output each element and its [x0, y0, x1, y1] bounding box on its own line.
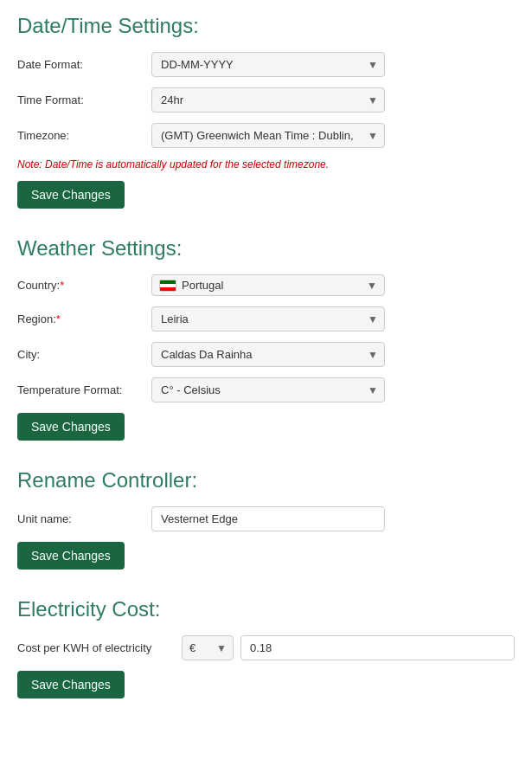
date-format-select[interactable]: DD-MM-YYYY MM-DD-YYYY YYYY-MM-DD — [151, 52, 385, 77]
datetime-note: Note: Date/Time is automatically updated… — [17, 158, 515, 171]
weather-section: Weather Settings: Country:* Portugal ▼ R… — [17, 236, 515, 447]
temp-format-select-wrapper[interactable]: C° - Celsius F° - Fahrenheit ▼ — [151, 377, 385, 402]
unit-name-label: Unit name: — [17, 512, 151, 525]
datetime-title: Date/Time Settings: — [17, 14, 515, 38]
country-value: Portugal — [182, 279, 223, 292]
timezone-label: Timezone: — [17, 129, 151, 142]
weather-save-button[interactable]: Save Changes — [17, 413, 125, 441]
date-format-row: Date Format: DD-MM-YYYY MM-DD-YYYY YYYY-… — [17, 52, 515, 77]
country-label: Country:* — [17, 279, 151, 292]
datetime-save-button[interactable]: Save Changes — [17, 181, 125, 209]
city-select-wrapper[interactable]: Caldas Da Rainha ▼ — [151, 342, 385, 367]
electricity-cost-row: Cost per KWH of electricity € $ £ ▼ — [17, 635, 515, 660]
country-chevron-icon: ▼ — [367, 280, 377, 292]
temp-format-select[interactable]: C° - Celsius F° - Fahrenheit — [151, 377, 385, 402]
temp-format-row: Temperature Format: C° - Celsius F° - Fa… — [17, 377, 515, 402]
timezone-select[interactable]: (GMT) Greenwich Mean Time : Dublin, — [151, 123, 385, 148]
time-format-label: Time Format: — [17, 93, 151, 106]
region-select[interactable]: Leiria — [151, 306, 385, 332]
region-required-marker: * — [56, 312, 61, 325]
rename-save-button[interactable]: Save Changes — [17, 542, 125, 570]
region-select-wrapper[interactable]: Leiria ▼ — [151, 306, 385, 332]
weather-title: Weather Settings: — [17, 236, 515, 261]
currency-select[interactable]: € $ £ — [182, 635, 234, 660]
electricity-section: Electricity Cost: Cost per KWH of electr… — [17, 597, 515, 705]
country-required-marker: * — [60, 279, 64, 292]
unit-name-input[interactable] — [151, 506, 385, 531]
timezone-select-wrapper[interactable]: (GMT) Greenwich Mean Time : Dublin, ▼ — [151, 123, 385, 148]
electricity-title: Electricity Cost: — [17, 597, 515, 621]
portugal-flag-icon — [159, 280, 176, 292]
region-label: Region:* — [17, 312, 151, 325]
date-format-label: Date Format: — [17, 58, 151, 71]
currency-select-wrapper[interactable]: € $ £ ▼ — [182, 635, 234, 660]
city-select[interactable]: Caldas Da Rainha — [151, 342, 385, 367]
datetime-section: Date/Time Settings: Date Format: DD-MM-Y… — [17, 14, 515, 216]
time-format-select-wrapper[interactable]: 24hr 12hr ▼ — [151, 87, 385, 113]
rename-title: Rename Controller: — [17, 468, 515, 492]
time-format-select[interactable]: 24hr 12hr — [151, 87, 385, 113]
unit-name-row: Unit name: — [17, 506, 515, 531]
electricity-cost-label: Cost per KWH of electricity — [17, 641, 182, 654]
cost-input[interactable] — [240, 635, 515, 660]
region-row: Region:* Leiria ▼ — [17, 306, 515, 332]
city-row: City: Caldas Da Rainha ▼ — [17, 342, 515, 367]
city-label: City: — [17, 348, 151, 361]
electricity-save-button[interactable]: Save Changes — [17, 671, 125, 698]
time-format-row: Time Format: 24hr 12hr ▼ — [17, 87, 515, 113]
temp-format-label: Temperature Format: — [17, 383, 151, 396]
date-format-select-wrapper[interactable]: DD-MM-YYYY MM-DD-YYYY YYYY-MM-DD ▼ — [151, 52, 385, 77]
country-select-wrapper[interactable]: Portugal ▼ — [151, 274, 385, 296]
rename-section: Rename Controller: Unit name: Save Chang… — [17, 468, 515, 576]
timezone-row: Timezone: (GMT) Greenwich Mean Time : Du… — [17, 123, 515, 148]
country-row: Country:* Portugal ▼ — [17, 274, 515, 296]
